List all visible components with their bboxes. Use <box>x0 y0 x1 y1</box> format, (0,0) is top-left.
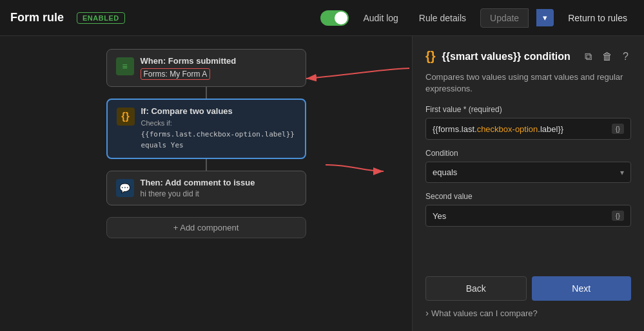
first-value-highlight: checkbox-option <box>477 124 538 134</box>
trigger-node[interactable]: ≡ When: Forms submitted Forms: My Form A <box>106 49 306 87</box>
condition-panel: {} {{smart values}} condition ⧉ 🗑 ? Comp… <box>412 36 644 331</box>
first-value-suffix: .label}} <box>538 124 563 134</box>
second-value-input[interactable]: Yes {} <box>425 205 631 227</box>
delete-button[interactable]: 🗑 <box>600 50 615 64</box>
next-button[interactable]: Next <box>532 276 632 301</box>
panel-actions: ⧉ 🗑 ? <box>582 50 631 64</box>
add-component-button[interactable]: + Add component <box>106 217 306 238</box>
page-title: Form rule <box>10 11 64 24</box>
action-node[interactable]: 💬 Then: Add comment to issue hi there yo… <box>106 171 306 205</box>
panel-header: {} {{smart values}} condition ⧉ 🗑 ? <box>425 49 631 64</box>
second-value-label: Second value <box>425 192 631 201</box>
footer-buttons: Back Next <box>425 276 631 301</box>
action-title: Then: Add comment to issue <box>141 178 255 187</box>
trigger-icon: ≡ <box>116 57 134 75</box>
connector-2 <box>206 159 207 171</box>
chevron-down-icon: ▾ <box>620 168 624 177</box>
condition-label: Condition <box>425 149 631 158</box>
condition-icon: {} <box>117 108 135 126</box>
condition-detail: Checks if: {{forms.last.checkbox-option.… <box>141 118 296 151</box>
second-value-smart-btn[interactable]: {} <box>612 211 624 221</box>
toggle-switch[interactable] <box>320 10 349 26</box>
first-value-text: {{forms.last.checkbox-option.label}} <box>433 124 612 134</box>
panel-title: {{smart values}} condition <box>442 51 576 62</box>
main-content: ≡ When: Forms submitted Forms: My Form A… <box>0 36 644 331</box>
copy-button[interactable]: ⧉ <box>582 50 594 64</box>
condition-title: If: Compare two values <box>141 106 296 116</box>
checks-label: Checks if: <box>141 119 172 127</box>
condition-select-value: equals <box>433 167 457 177</box>
back-button[interactable]: Back <box>425 276 527 301</box>
flow-panel: ≡ When: Forms submitted Forms: My Form A… <box>0 36 412 331</box>
update-button[interactable]: Update <box>480 8 529 28</box>
first-value-input[interactable]: {{forms.last.checkbox-option.label}} {} <box>425 118 631 140</box>
condition-select[interactable]: equals ▾ <box>425 162 631 183</box>
first-value-prefix: {{forms.last. <box>433 124 477 134</box>
header: Form rule ENABLED Audit log Rule details… <box>0 0 644 36</box>
action-content: Then: Add comment to issue hi there you … <box>141 178 255 198</box>
condition-node[interactable]: {} If: Compare two values Checks if: {{f… <box>106 99 306 159</box>
condition-content: If: Compare two values Checks if: {{form… <box>141 106 296 151</box>
panel-footer: Back Next What values can I compare? <box>425 276 631 318</box>
trigger-title: When: Forms submitted <box>141 56 237 66</box>
action-subtitle: hi there you did it <box>141 189 255 198</box>
help-link[interactable]: What values can I compare? <box>425 307 631 318</box>
first-value-label: First value * (required) <box>425 105 631 114</box>
connector-1 <box>206 87 207 99</box>
return-to-rules-button[interactable]: Return to rules <box>561 9 634 27</box>
panel-description: Compares two values using smart values a… <box>425 71 631 95</box>
second-value-text: Yes <box>433 211 612 221</box>
audit-log-button[interactable]: Audit log <box>356 9 404 27</box>
trigger-subtitle: Forms: My Form A <box>141 68 211 80</box>
rule-details-button[interactable]: Rule details <box>413 9 473 27</box>
first-value-smart-btn[interactable]: {} <box>612 124 624 134</box>
condition-code: {{forms.last.checkbox-option.label}} equ… <box>141 130 295 150</box>
trigger-content: When: Forms submitted Forms: My Form A <box>141 56 237 80</box>
help-button[interactable]: ? <box>620 50 631 64</box>
panel-icon: {} <box>425 49 436 64</box>
update-dropdown-button[interactable]: ▾ <box>536 9 554 26</box>
enabled-badge: ENABLED <box>77 12 125 24</box>
toggle-knob <box>335 12 347 24</box>
action-icon: 💬 <box>116 179 134 197</box>
